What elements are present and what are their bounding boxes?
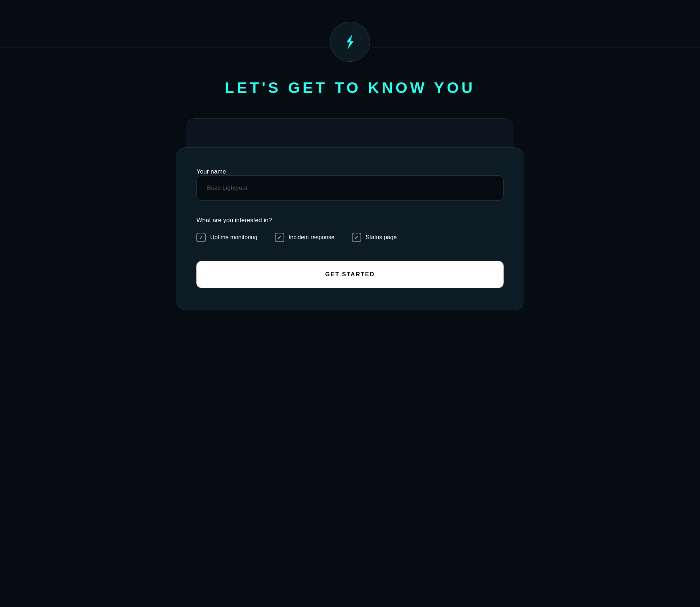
checkbox-uptime-box[interactable]: ✓ bbox=[196, 233, 206, 242]
checkbox-status-label: Status page bbox=[366, 234, 396, 241]
main-form-card: Your name What are you interested in? ✓ … bbox=[176, 147, 524, 310]
checkbox-incident-label: Incident response bbox=[289, 234, 334, 241]
name-label: Your name bbox=[196, 168, 226, 175]
check-icon: ✓ bbox=[354, 235, 359, 240]
get-started-button[interactable]: GET STARTED bbox=[196, 261, 504, 288]
name-input[interactable] bbox=[196, 175, 504, 201]
checkbox-uptime-label: Uptime monitoring bbox=[210, 234, 257, 241]
checkbox-incident-box[interactable]: ✓ bbox=[275, 233, 284, 242]
logo-circle bbox=[330, 22, 370, 62]
page-content: LET'S GET TO KNOW YOU Your name What are… bbox=[0, 0, 700, 332]
checkbox-uptime-monitoring[interactable]: ✓ Uptime monitoring bbox=[196, 233, 257, 242]
check-icon: ✓ bbox=[277, 235, 282, 240]
checkbox-status-box[interactable]: ✓ bbox=[352, 233, 361, 242]
checkbox-status-page[interactable]: ✓ Status page bbox=[352, 233, 396, 242]
checkbox-incident-response[interactable]: ✓ Incident response bbox=[275, 233, 334, 242]
checkboxes-row: ✓ Uptime monitoring ✓ Incident response … bbox=[196, 233, 504, 242]
interest-label: What are you interested in? bbox=[196, 217, 504, 224]
check-icon: ✓ bbox=[199, 235, 203, 240]
spike-logo-icon bbox=[340, 32, 360, 52]
page-headline: LET'S GET TO KNOW YOU bbox=[225, 79, 475, 97]
